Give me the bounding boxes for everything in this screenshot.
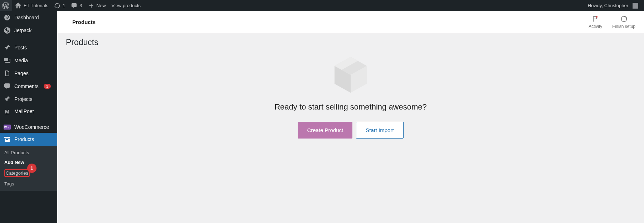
view-products-label: View products (112, 3, 141, 8)
sidebar-item-label: Comments (14, 83, 39, 89)
pin-icon (4, 44, 11, 51)
jetpack-icon (4, 27, 11, 34)
sidebar-item-jetpack[interactable]: Jetpack (0, 24, 57, 37)
view-products-link[interactable]: View products (109, 0, 143, 11)
pin-icon (4, 96, 11, 103)
new-link[interactable]: New (85, 0, 109, 11)
comments-link[interactable]: 3 (68, 0, 85, 11)
comments-badge: 3 (44, 84, 51, 89)
empty-actions: Create Product Start Import (298, 122, 403, 139)
site-name-label: ET Tutorials (24, 3, 48, 8)
breadcrumb: Products (66, 19, 96, 25)
comments-icon (4, 83, 11, 90)
sidebar-item-pages[interactable]: Pages (0, 67, 57, 80)
svg-point-0 (4, 27, 10, 34)
refresh-icon (54, 3, 60, 9)
archive-icon (4, 136, 11, 143)
sidebar-item-products[interactable]: Products (0, 133, 57, 146)
comment-icon (71, 3, 77, 9)
menu-separator (0, 117, 57, 121)
sidebar-item-media[interactable]: Media (0, 54, 57, 67)
admin-bar-right: Howdy, Christopher (586, 0, 641, 11)
pages-icon (4, 70, 11, 77)
finish-setup-button[interactable]: Finish setup (612, 15, 635, 29)
submenu-all-products[interactable]: All Products (0, 148, 57, 157)
create-product-button[interactable]: Create Product (298, 122, 352, 139)
header-actions: Activity Finish setup (589, 15, 635, 29)
sidebar-item-label: Jetpack (14, 28, 31, 33)
finish-setup-label: Finish setup (612, 24, 635, 29)
admin-sidebar: Dashboard Jetpack Posts Media Pages Comm… (0, 11, 57, 223)
sidebar-item-projects[interactable]: Projects (0, 93, 57, 106)
woocommerce-header: Products Activity Finish setup (57, 11, 644, 33)
products-submenu: All Products Add New Categories 1 Tags (0, 146, 57, 191)
dashboard-icon (4, 14, 11, 21)
updates-link[interactable]: 1 (51, 0, 68, 11)
sidebar-item-label: Pages (14, 71, 29, 76)
home-icon (15, 3, 21, 9)
howdy-link[interactable]: Howdy, Christopher (586, 0, 641, 11)
wordpress-icon (2, 2, 9, 9)
wordpress-logo[interactable] (0, 0, 12, 11)
svg-point-1 (596, 16, 597, 18)
sidebar-item-woocommerce[interactable]: Woo WooCommerce (0, 121, 57, 133)
media-icon (4, 57, 11, 64)
sidebar-item-label: Products (14, 136, 34, 142)
mailpoet-icon: M (4, 108, 11, 114)
submenu-tags[interactable]: Tags (0, 179, 57, 189)
site-name-link[interactable]: ET Tutorials (12, 0, 51, 11)
start-import-button[interactable]: Start Import (356, 122, 403, 139)
page-title: Products (66, 38, 635, 47)
sidebar-item-mailpoet[interactable]: M MailPoet (0, 106, 57, 117)
sidebar-item-label: Projects (14, 96, 33, 102)
box-icon (329, 52, 372, 96)
sidebar-item-label: WooCommerce (14, 124, 49, 130)
activity-button[interactable]: Activity (589, 15, 602, 29)
sidebar-item-comments[interactable]: Comments 3 (0, 80, 57, 93)
activity-label: Activity (589, 24, 602, 29)
sidebar-item-label: Posts (14, 45, 27, 50)
admin-bar: ET Tutorials 1 3 New View products Howdy… (0, 0, 644, 11)
sidebar-item-label: MailPoet (14, 108, 34, 114)
empty-state: Ready to start selling something awesome… (66, 52, 635, 139)
plus-icon (88, 3, 94, 9)
flag-icon (592, 15, 599, 23)
new-label: New (97, 3, 106, 8)
comments-count: 3 (79, 3, 82, 8)
progress-icon (620, 15, 628, 23)
content-area: Products Ready to start selling somethin… (57, 33, 644, 143)
sidebar-item-posts[interactable]: Posts (0, 41, 57, 54)
sidebar-item-label: Media (14, 58, 28, 63)
annotation-marker: 1 (27, 164, 36, 173)
avatar (633, 3, 638, 9)
sidebar-item-label: Dashboard (14, 15, 39, 20)
updates-count: 1 (63, 3, 65, 8)
greeting-label: Howdy, Christopher (588, 3, 628, 8)
main-content: Products Activity Finish setup Products (57, 11, 644, 223)
admin-bar-left: ET Tutorials 1 3 New View products (0, 0, 143, 11)
annotation-highlight: Categories (4, 169, 30, 177)
woocommerce-icon: Woo (4, 125, 11, 130)
menu-separator (0, 37, 57, 41)
submenu-categories[interactable]: Categories 1 (0, 167, 57, 179)
sidebar-item-dashboard[interactable]: Dashboard (0, 11, 57, 24)
empty-heading: Ready to start selling something awesome… (274, 102, 427, 112)
